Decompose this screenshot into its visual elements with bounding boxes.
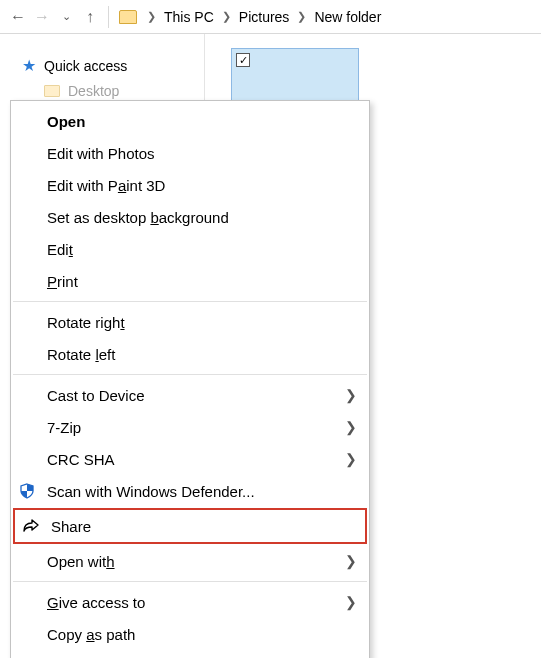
nav-back-icon[interactable]: ← (6, 5, 30, 29)
menu-rotate-right[interactable]: Rotate right (11, 306, 369, 338)
menu-label: Rotate left (47, 346, 115, 363)
chevron-right-icon: ❯ (345, 451, 357, 467)
menu-label: Copy as path (47, 626, 135, 643)
menu-open[interactable]: Open (11, 105, 369, 137)
menu-scan-defender[interactable]: Scan with Windows Defender... (11, 475, 369, 507)
menu-edit-with-paint3d[interactable]: Edit with Paint 3D (11, 169, 369, 201)
chevron-right-icon: ❯ (345, 594, 357, 610)
sidebar-item-label: Desktop (68, 83, 119, 99)
chevron-right-icon: ❯ (345, 387, 357, 403)
menu-cast-to-device[interactable]: Cast to Device ❯ (11, 379, 369, 411)
selection-checkbox-icon[interactable]: ✓ (236, 53, 250, 67)
menu-separator (13, 374, 367, 375)
menu-label: Edit with Photos (47, 145, 155, 162)
menu-label: Edit with Paint 3D (47, 177, 165, 194)
menu-label: Give access to (47, 594, 145, 611)
menu-label: Scan with Windows Defender... (47, 483, 255, 500)
menu-restore-previous-versions[interactable]: Restore previous versions (11, 650, 369, 658)
menu-label: Share (51, 518, 91, 535)
menu-label: 7-Zip (47, 419, 81, 436)
menu-separator (13, 301, 367, 302)
menu-label: Print (47, 273, 78, 290)
menu-label: Rotate right (47, 314, 125, 331)
menu-label: Edit (47, 241, 73, 258)
star-icon: ★ (22, 56, 36, 75)
menu-print[interactable]: Print (11, 265, 369, 297)
sidebar-item-label: Quick access (44, 58, 127, 74)
menu-label: Open with (47, 553, 115, 570)
context-menu: Open Edit with Photos Edit with Paint 3D… (10, 100, 370, 658)
folder-icon (119, 10, 137, 24)
menu-label: CRC SHA (47, 451, 115, 468)
menu-label: Set as desktop background (47, 209, 229, 226)
breadcrumb-this-pc[interactable]: This PC (160, 0, 218, 33)
breadcrumb-new-folder[interactable]: New folder (310, 0, 385, 33)
shield-icon (19, 483, 39, 499)
menu-edit[interactable]: Edit (11, 233, 369, 265)
divider (108, 6, 109, 28)
menu-copy-as-path[interactable]: Copy as path (11, 618, 369, 650)
menu-label: Open (47, 113, 85, 130)
chevron-right-icon: ❯ (345, 419, 357, 435)
nav-forward-icon[interactable]: → (30, 5, 54, 29)
nav-recent-dropdown-icon[interactable]: ⌄ (54, 5, 78, 29)
menu-set-desktop-background[interactable]: Set as desktop background (11, 201, 369, 233)
menu-separator (13, 581, 367, 582)
menu-edit-with-photos[interactable]: Edit with Photos (11, 137, 369, 169)
breadcrumb-pictures[interactable]: Pictures (235, 0, 294, 33)
menu-7zip[interactable]: 7-Zip ❯ (11, 411, 369, 443)
menu-give-access-to[interactable]: Give access to ❯ (11, 586, 369, 618)
chevron-right-icon: ❯ (345, 553, 357, 569)
address-bar: ← → ⌄ ↑ ❯ This PC ❯ Pictures ❯ New folde… (0, 0, 541, 34)
menu-share[interactable]: Share (13, 508, 367, 544)
share-icon (21, 517, 41, 536)
menu-label: Cast to Device (47, 387, 145, 404)
chevron-right-icon[interactable]: ❯ (218, 10, 235, 23)
chevron-right-icon[interactable]: ❯ (143, 10, 160, 23)
menu-crc-sha[interactable]: CRC SHA ❯ (11, 443, 369, 475)
nav-up-icon[interactable]: ↑ (78, 5, 102, 29)
menu-open-with[interactable]: Open with ❯ (11, 545, 369, 577)
chevron-right-icon[interactable]: ❯ (293, 10, 310, 23)
folder-icon (44, 85, 60, 97)
sidebar-item-quick-access[interactable]: ★ Quick access (0, 52, 204, 79)
menu-rotate-left[interactable]: Rotate left (11, 338, 369, 370)
